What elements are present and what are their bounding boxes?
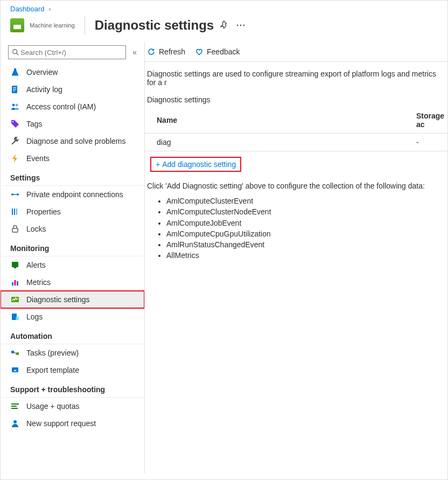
svg-rect-20 <box>17 281 18 286</box>
sidebar-item-activity-log[interactable]: Activity log <box>1 81 144 98</box>
pin-icon[interactable] <box>220 20 230 30</box>
svg-point-7 <box>16 104 18 107</box>
list-item: AmlComputeJobEvent <box>166 218 447 228</box>
sidebar-item-label: Private endpoint connections <box>26 190 123 199</box>
svg-line-1 <box>17 53 19 55</box>
sidebar-item-label: New support request <box>26 419 96 428</box>
svg-line-26 <box>14 352 16 354</box>
sidebar-item-label: Alerts <box>26 261 46 269</box>
table-row[interactable]: diag - <box>145 134 447 151</box>
wrench-icon <box>10 136 20 146</box>
refresh-button[interactable]: Refresh <box>147 47 185 56</box>
column-name-header: Name <box>145 112 404 129</box>
breadcrumb-dashboard-link[interactable]: Dashboard <box>10 5 45 13</box>
chevron-right-icon: › <box>46 5 53 13</box>
feedback-label: Feedback <box>207 47 240 56</box>
svg-rect-25 <box>16 352 19 355</box>
sidebar-item-label: Logs <box>26 312 43 321</box>
toolbar: Refresh Feedback <box>145 42 447 62</box>
support-icon <box>10 419 20 428</box>
add-diagnostic-setting-link[interactable]: + Add diagnostic setting <box>150 157 241 172</box>
table-caption: Diagnostic settings <box>145 93 447 107</box>
export-icon <box>10 365 20 375</box>
lightning-icon <box>10 154 20 163</box>
sidebar-item-properties[interactable]: Properties <box>1 203 144 220</box>
sidebar-item-export-template[interactable]: Export template <box>1 361 144 379</box>
sidebar-item-label: Activity log <box>26 85 62 94</box>
sidebar-item-logs[interactable]: Logs <box>1 308 144 325</box>
sidebar-item-metrics[interactable]: Metrics <box>1 274 144 291</box>
sidebar-item-label: Events <box>26 154 50 163</box>
tasks-icon <box>10 348 20 358</box>
sidebar-item-tasks[interactable]: Tasks (preview) <box>1 344 144 361</box>
sidebar-item-locks[interactable]: Locks <box>1 220 144 238</box>
sidebar-item-alerts[interactable]: Alerts <box>1 256 144 274</box>
search-input[interactable] <box>8 45 126 59</box>
quota-icon <box>10 401 20 411</box>
logs-icon <box>10 312 20 322</box>
properties-icon <box>10 207 20 217</box>
svg-rect-13 <box>14 208 15 215</box>
divider <box>85 16 85 34</box>
list-item: AmlComputeCpuGpuUtilization <box>166 228 447 239</box>
svg-point-9 <box>11 193 13 196</box>
sidebar-item-label: Locks <box>26 225 46 233</box>
metrics-icon <box>10 277 20 287</box>
description-text: Diagnostic settings are used to configur… <box>145 62 447 93</box>
data-categories-list: AmlComputeClusterEvent AmlComputeCluster… <box>145 196 447 261</box>
sidebar-item-usage-quotas[interactable]: Usage + quotas <box>1 398 144 415</box>
lock-icon <box>10 224 20 234</box>
svg-rect-17 <box>14 267 16 268</box>
sidebar-item-overview[interactable]: Overview <box>1 64 144 81</box>
flask-icon <box>10 67 20 77</box>
sidebar-item-label: Diagnostic settings <box>26 295 90 304</box>
sidebar-item-label: Diagnose and solve problems <box>26 137 125 145</box>
breadcrumb: Dashboard › <box>1 1 447 13</box>
svg-point-10 <box>17 193 19 196</box>
sidebar-item-private-endpoint[interactable]: Private endpoint connections <box>1 186 144 203</box>
resource-icon <box>10 18 24 32</box>
page-header: Machine learning Diagnostic settings ··· <box>1 13 447 42</box>
svg-rect-4 <box>13 89 16 89</box>
svg-rect-24 <box>11 351 14 353</box>
sidebar-item-access-control[interactable]: Access control (IAM) <box>1 98 144 115</box>
feedback-button[interactable]: Feedback <box>195 47 240 56</box>
search-icon <box>12 48 19 56</box>
sidebar-item-label: Access control (IAM) <box>26 102 96 111</box>
sidebar-item-label: Properties <box>26 207 61 216</box>
search-field[interactable] <box>19 48 122 57</box>
sidebar-item-events[interactable]: Events <box>1 150 144 167</box>
column-storage-header: Storage ac <box>404 107 447 133</box>
sidebar-item-label: Export template <box>26 366 79 374</box>
page-title: Diagnostic settings <box>95 18 214 33</box>
svg-point-6 <box>12 104 15 107</box>
svg-rect-30 <box>11 408 18 409</box>
collapse-sidebar-icon[interactable]: « <box>132 48 137 57</box>
row-name-cell: diag <box>145 134 404 151</box>
sidebar-section-settings: Settings <box>2 167 143 186</box>
resource-type-label: Machine learning <box>30 22 75 29</box>
svg-point-0 <box>13 50 17 54</box>
svg-rect-29 <box>11 406 17 407</box>
heart-icon <box>195 47 204 56</box>
alert-icon <box>10 260 20 270</box>
sidebar-item-diagnose[interactable]: Diagnose and solve problems <box>1 133 144 150</box>
svg-rect-16 <box>12 262 18 267</box>
sidebar-item-diagnostic-settings[interactable]: Diagnostic settings <box>1 291 144 308</box>
sidebar-section-monitoring: Monitoring <box>2 238 143 256</box>
sidebar-item-label: Tags <box>26 120 43 128</box>
add-diagnostic-label: Add diagnostic setting <box>162 160 236 169</box>
sidebar-item-tags[interactable]: Tags <box>1 115 144 133</box>
table-header-row: Name Storage ac <box>145 107 447 134</box>
tag-icon <box>10 119 20 129</box>
svg-rect-14 <box>16 208 17 215</box>
sidebar-item-label: Metrics <box>26 278 51 287</box>
svg-point-23 <box>16 317 19 320</box>
sidebar-section-automation: Automation <box>2 325 143 344</box>
more-icon[interactable]: ··· <box>236 21 246 30</box>
svg-point-31 <box>13 420 17 423</box>
row-storage-cell: - <box>404 134 447 151</box>
svg-rect-15 <box>12 228 18 232</box>
sidebar-item-new-support-request[interactable]: New support request <box>1 415 144 432</box>
sidebar-item-label: Overview <box>26 68 58 76</box>
